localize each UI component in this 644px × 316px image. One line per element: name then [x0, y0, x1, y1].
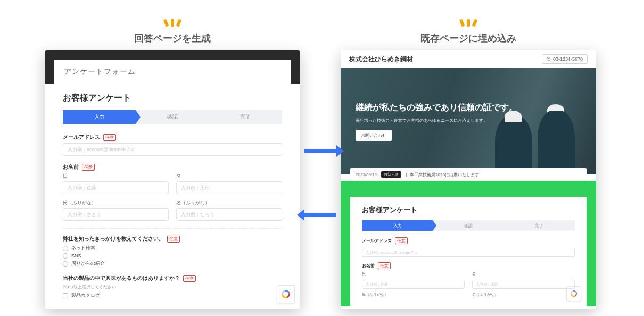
mei-input[interactable] [472, 280, 575, 289]
mei-input[interactable] [176, 181, 282, 194]
q1-option-1[interactable]: SNS [63, 253, 282, 259]
hero-section: 継続が私たちの強みであり信頼の証です。 長年培った技術力・創意でお客様のあらゆる… [341, 68, 596, 174]
sparkle-icon [341, 19, 596, 29]
news-date: 2023/09/13 [356, 172, 377, 177]
sei-input[interactable] [63, 181, 169, 194]
helmet-icon [505, 111, 522, 122]
radio-icon [63, 246, 68, 251]
step-input[interactable]: 入力 [362, 220, 433, 231]
right-card: 株式会社ひらめき鋼材 ✆ 03-1234-5678 継続が私たちの強みであり信頼… [341, 50, 596, 309]
step-input[interactable]: 入力 [63, 110, 136, 124]
divider [63, 228, 282, 229]
progress-steps: 入力 確認 完了 [362, 220, 575, 231]
contact-button[interactable]: お問い合わせ [356, 130, 392, 141]
embedded-form: お客様アンケート 入力 確認 完了 メールアドレス 任意 お名前 [350, 197, 587, 306]
sparkle-icon [45, 19, 300, 29]
mei-label: 名 [472, 271, 575, 277]
step-confirm[interactable]: 確認 [136, 110, 209, 124]
required-badge: 任意 [183, 275, 196, 282]
right-panel-title: 既存ページに埋め込み [341, 32, 596, 45]
form-header: アンケートフォーム [54, 60, 291, 84]
required-badge: 任意 [103, 134, 116, 141]
q1-option-2[interactable]: 周りからの紹介 [63, 260, 282, 267]
required-badge: 任意 [82, 164, 95, 171]
arrow-left-icon [304, 213, 336, 217]
news-bar[interactable]: 2023/09/13 お知らせ 日本工業技術展2025に出展いたします [350, 168, 587, 181]
window-header: アンケートフォーム [45, 50, 300, 84]
sei-kana-input[interactable] [63, 208, 169, 221]
site-header: 株式会社ひらめき鋼材 ✆ 03-1234-5678 [341, 50, 596, 68]
email-label: メールアドレス [63, 134, 100, 141]
radio-icon [63, 253, 68, 259]
name-label: お名前 [362, 263, 375, 269]
news-tag: お知らせ [381, 171, 401, 178]
q1-label: 弊社を知ったきっかけを教えてください。 [63, 235, 164, 243]
name-field-block: お名前 任意 氏 名 氏（ふりがな） [63, 163, 282, 221]
arrow-right-icon [304, 149, 336, 153]
recaptcha-badge[interactable] [277, 285, 295, 303]
email-field-block: メールアドレス 任意 [362, 237, 575, 257]
q1-option-0[interactable]: ネット検索 [63, 245, 282, 252]
q1-block: 弊社を知ったきっかけを教えてください。 任意 ネット検索 SNS 周りからの紹介 [63, 235, 282, 267]
news-text: 日本工業技術展2025に出展いたします [406, 172, 479, 178]
recaptcha-icon [569, 289, 578, 298]
radio-icon [63, 261, 68, 267]
recaptcha-icon [280, 288, 292, 300]
sei-label: 氏 [362, 271, 465, 277]
hero-image [479, 84, 585, 174]
site-name: 株式会社ひらめき鋼材 [349, 55, 413, 64]
sei-label: 氏 [63, 173, 169, 180]
step-confirm[interactable]: 確認 [433, 220, 503, 231]
step-complete[interactable]: 完了 [209, 110, 282, 124]
phone-number: 03-1234-5678 [553, 56, 583, 62]
required-badge: 任意 [378, 262, 391, 269]
sei-kana-label: 氏（ふりがな） [63, 199, 169, 206]
embed-wrap: お客様アンケート 入力 確認 完了 メールアドレス 任意 お名前 [341, 181, 596, 306]
mei-kana-input[interactable] [176, 208, 282, 221]
required-badge: 任意 [395, 237, 408, 244]
mei-kana-label: 名（ふりがな） [176, 199, 282, 206]
required-badge: 任意 [167, 236, 180, 243]
email-label: メールアドレス [362, 238, 392, 244]
mei-kana-label: 名（ふりがな） [472, 292, 575, 297]
email-input[interactable] [362, 248, 575, 257]
q2-hint: ※1つ以上選択してください [63, 284, 282, 290]
helmet-icon [547, 104, 564, 116]
q2-option-0[interactable]: 製品カタログ [63, 292, 282, 299]
q2-block: 当社の製品の中で興味があるものはありますか？ 任意 ※1つ以上選択してください … [63, 275, 282, 299]
survey-title: お客様アンケート [362, 205, 575, 215]
left-panel: 回答ページを生成 アンケートフォーム お客様アンケート 入力 確認 完了 メール… [45, 19, 300, 309]
phone-icon: ✆ [547, 56, 551, 62]
left-card: アンケートフォーム お客様アンケート 入力 確認 完了 メールアドレス 任意 お… [45, 50, 300, 309]
sei-input[interactable] [362, 280, 465, 289]
step-complete[interactable]: 完了 [504, 220, 575, 231]
phone-button[interactable]: ✆ 03-1234-5678 [542, 54, 588, 64]
progress-steps: 入力 確認 完了 [63, 110, 282, 124]
recaptcha-badge[interactable] [566, 286, 581, 301]
name-field-block: お名前 任意 氏 名 [362, 262, 575, 299]
email-input[interactable] [63, 143, 282, 156]
email-field-block: メールアドレス 任意 [63, 134, 282, 156]
mei-label: 名 [176, 173, 282, 180]
checkbox-icon [63, 293, 68, 298]
name-label: お名前 [63, 163, 79, 171]
survey-title: お客様アンケート [63, 93, 282, 104]
left-panel-title: 回答ページを生成 [45, 32, 300, 45]
q2-label: 当社の製品の中で興味があるものはありますか？ [63, 275, 180, 282]
sei-kana-label: 氏（ふりがな） [362, 292, 465, 297]
right-panel: 既存ページに埋め込み 株式会社ひらめき鋼材 ✆ 03-1234-5678 継続が… [341, 19, 596, 309]
